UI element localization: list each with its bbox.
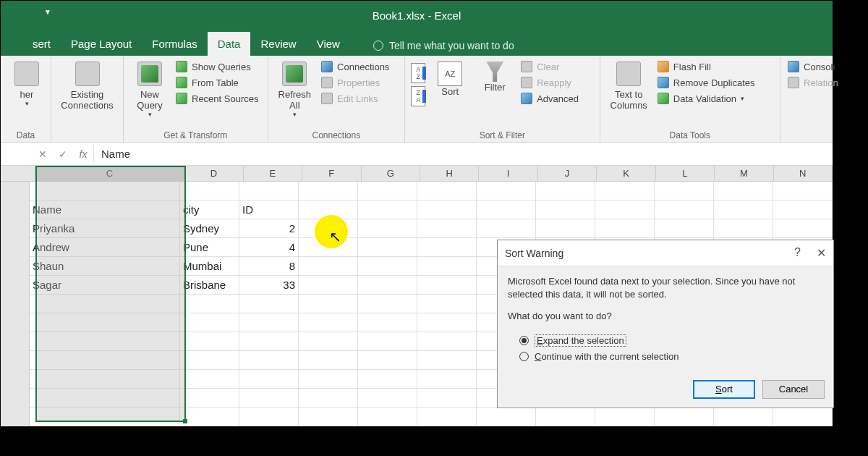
cell[interactable] [30,313,180,332]
cell[interactable] [358,200,417,219]
consolidate-button[interactable]: Consoli [786,60,840,73]
cell[interactable] [417,370,477,388]
cell[interactable] [773,182,833,200]
col-header-m[interactable]: M [715,166,773,181]
cell[interactable]: 4 [239,238,299,256]
cell[interactable] [773,408,833,426]
col-header-n[interactable]: N [774,166,833,181]
dialog-close-icon[interactable]: ✕ [817,246,826,260]
advanced-button[interactable]: Advanced [519,92,580,105]
tab-insert[interactable]: sert [22,32,61,56]
cell[interactable] [299,351,358,369]
cell[interactable]: Brisbane [180,276,239,294]
cell[interactable] [239,295,299,313]
new-query-button[interactable]: New Query ▾ [129,59,170,121]
cell[interactable]: Pune [180,238,239,256]
cell[interactable] [299,389,358,407]
col-header-h[interactable]: H [420,166,479,181]
flash-fill-button[interactable]: Flash Fill [656,60,757,73]
cell[interactable] [358,219,417,237]
cell[interactable] [299,295,358,313]
cell[interactable] [655,200,714,219]
tab-view[interactable]: View [307,32,350,56]
sort-button-dialog[interactable]: Sort [693,380,755,399]
cell[interactable] [30,351,180,369]
cell[interactable] [536,219,595,237]
cell[interactable] [714,200,773,219]
cell[interactable] [180,351,239,369]
fx-icon[interactable]: fx [73,148,93,160]
cell[interactable] [417,257,477,275]
cell[interactable] [180,332,239,350]
cell[interactable]: Shaun [30,257,180,275]
cell[interactable] [536,200,595,219]
cell[interactable] [595,182,655,200]
cancel-formula-icon[interactable]: ✕ [33,148,53,160]
data-validation-button[interactable]: Data Validation ▾ [656,92,757,105]
qat-dropdown-icon[interactable]: ▼ [44,8,51,16]
cell[interactable]: Sydney [180,219,239,237]
cell[interactable] [299,313,358,332]
tab-review[interactable]: Review [250,32,306,56]
cell[interactable] [358,313,417,332]
cell[interactable] [239,313,299,332]
cell[interactable] [417,182,477,200]
enter-formula-icon[interactable]: ✓ [53,148,73,160]
sort-button[interactable]: AZ Sort [430,59,470,100]
cell[interactable] [536,408,595,426]
cell[interactable] [180,295,239,313]
existing-connections-button[interactable]: Existing Connections [57,59,117,114]
radio-continue-current[interactable]: Continue with the current selection [519,349,823,364]
cell[interactable] [239,408,299,426]
sort-az-icon[interactable] [411,63,425,83]
cell[interactable] [417,276,477,294]
cell[interactable] [239,351,299,369]
cell[interactable] [477,200,536,219]
col-header-c[interactable]: C [35,166,185,181]
cell[interactable]: ID [239,200,299,219]
cell[interactable] [299,257,358,275]
cell[interactable]: 8 [239,257,299,275]
cell[interactable] [773,200,833,219]
cell[interactable] [30,408,180,426]
cell[interactable]: 33 [239,276,299,294]
col-header-k[interactable]: K [597,166,655,181]
cell[interactable] [358,351,417,369]
dialog-help-icon[interactable]: ? [794,246,801,260]
cell[interactable] [299,276,358,294]
cell[interactable] [655,219,714,237]
radio-expand-selection[interactable]: Expand the selection [519,332,823,349]
cell[interactable] [536,182,595,200]
cell[interactable] [358,370,417,388]
cell[interactable] [358,332,417,350]
cancel-button[interactable]: Cancel [762,380,825,399]
col-header-l[interactable]: L [656,166,715,181]
cell[interactable] [180,313,239,332]
cell[interactable] [358,389,417,407]
cell[interactable] [180,370,239,388]
cell[interactable] [714,408,773,426]
cell[interactable] [417,389,477,407]
cell[interactable] [30,370,180,388]
text-to-columns-button[interactable]: Text to Columns [606,59,652,114]
cell[interactable] [30,389,180,407]
sort-za-icon[interactable] [411,86,425,106]
remove-duplicates-button[interactable]: Remove Duplicates [656,76,757,89]
cell[interactable]: 2 [239,219,299,237]
cell[interactable] [417,332,477,350]
col-header-f[interactable]: F [302,166,361,181]
cell[interactable] [358,408,417,426]
cell[interactable] [417,219,477,237]
cell[interactable]: Name [30,200,180,219]
cell[interactable]: Priyanka [30,219,180,237]
cell[interactable] [477,219,536,237]
cell[interactable] [239,389,299,407]
cell[interactable] [299,219,358,237]
tab-formulas[interactable]: Formulas [142,32,208,56]
relationships-button[interactable]: Relation [786,76,840,89]
cell[interactable] [180,182,239,200]
cell[interactable] [773,219,833,237]
other-sources-button[interactable]: her ▾ [7,59,47,110]
cell[interactable] [417,295,477,313]
cell[interactable] [239,370,299,388]
